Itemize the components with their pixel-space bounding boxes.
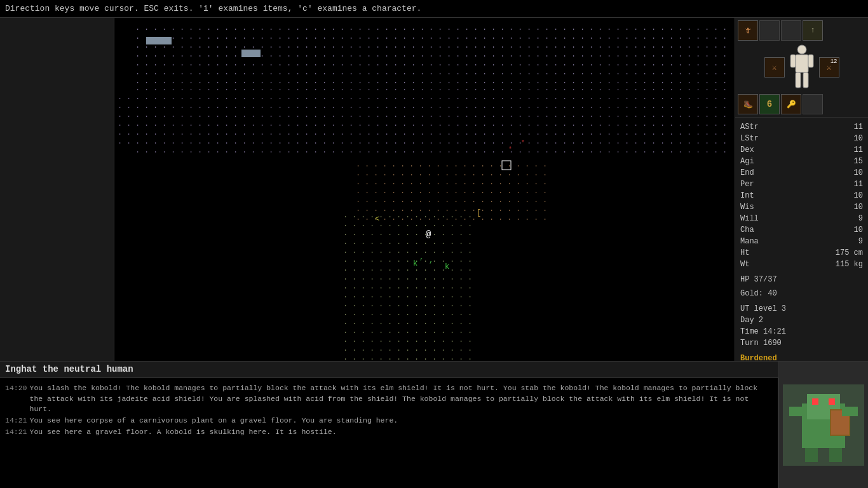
character-figure (786, 42, 818, 93)
equip-slot-ring[interactable]: 6 (759, 94, 780, 114)
hp-label: HP (740, 275, 754, 284)
message-3: 14:21 You see here a gravel floor. A kob… (5, 427, 773, 438)
main-area: 🗡 ↑ ⚔ (0, 18, 868, 361)
hp-value: 37/37 (754, 275, 777, 284)
svg-rect-4 (796, 72, 801, 88)
game-viewport[interactable] (114, 18, 735, 361)
gold-value: 40 (768, 289, 776, 298)
ranged-icon: ↑ (810, 26, 815, 35)
msg3-text: You see here a gravel floor. A kobold is… (30, 427, 337, 438)
turn-value: 1690 (763, 339, 782, 348)
left-sidebar (0, 18, 114, 361)
stats-scroll[interactable]: AStr 11 LStr 10 Dex 11 Agi 15 (735, 118, 868, 361)
weapon-icon: 🗡 (744, 26, 752, 36)
day-value: 2 (759, 316, 763, 325)
svg-rect-3 (808, 55, 813, 67)
msg3-time: 14:21 (5, 427, 27, 438)
equip-slot-empty1[interactable] (759, 20, 780, 41)
game-canvas (114, 18, 735, 361)
preview-canvas (783, 384, 864, 466)
stat-lstr: LStr 10 (740, 133, 863, 144)
armor-value-badge: 12 (831, 58, 837, 65)
top-bar: Direction keys move cursor. ESC exits. '… (0, 0, 868, 18)
body-row: ⚔ (738, 42, 865, 93)
left-weapon-icon: ⚔ (772, 63, 776, 72)
msg1-text: You slash the kobold! The kobold manages… (30, 383, 773, 415)
item3-icon: 🔑 (787, 100, 796, 109)
stat-ht: Ht 175 cm (740, 247, 863, 259)
character-name: Inghat the neutral human (5, 364, 133, 374)
boots-icon: 🥾 (743, 100, 753, 109)
message-2: 14:21 You see here corpse of a carnivoro… (5, 416, 773, 426)
message-log[interactable]: 14:20 You slash the kobold! The kobold m… (0, 378, 778, 488)
burdened-status: Burdened (740, 353, 863, 361)
message-area: Inghat the neutral human 14:20 You slash… (0, 362, 779, 488)
turn-row: Turn 1690 (740, 337, 863, 349)
equip-slot-left-weapon[interactable]: ⚔ (764, 57, 785, 78)
game-info: UT level 3 Day 2 Time 14:21 Turn (740, 303, 863, 349)
stat-end: End 10 (740, 167, 863, 179)
time-value: 14:21 (763, 327, 786, 336)
equip-slot-item3[interactable]: 🔑 (781, 94, 801, 114)
gold-display: Gold: 40 (740, 288, 863, 299)
character-name-bar: Inghat the neutral human (0, 362, 778, 378)
stat-mana: Mana 9 (740, 236, 863, 247)
stat-per: Per 11 (740, 179, 863, 190)
equip-slot-empty2[interactable] (781, 20, 801, 41)
stat-astr: AStr 11 (740, 121, 863, 133)
stat-wis: Wis 10 (740, 201, 863, 213)
ut-level-value: 3 (782, 304, 786, 313)
equip-slot-weapon-icon[interactable]: 🗡 (738, 20, 758, 41)
svg-rect-1 (796, 55, 808, 72)
message-1: 14:20 You slash the kobold! The kobold m… (5, 383, 773, 415)
app: Direction keys move cursor. ESC exits. '… (0, 0, 868, 488)
ut-level-row: UT level 3 (740, 303, 863, 315)
time-row: Time 14:21 (740, 326, 863, 337)
equip-slot-right-weapon[interactable]: ⚔ 12 (819, 57, 839, 78)
msg2-text: You see here corpse of a carnivorous pla… (30, 416, 398, 426)
msg2-time: 14:21 (5, 416, 27, 426)
svg-rect-2 (790, 55, 796, 67)
svg-point-0 (797, 45, 806, 54)
creature-preview (779, 362, 868, 488)
msg1-time: 14:20 (5, 383, 27, 415)
svg-rect-5 (803, 72, 808, 88)
equipment-area: 🗡 ↑ ⚔ (735, 18, 868, 118)
gold-label: Gold: (740, 289, 768, 298)
status-text: Direction keys move cursor. ESC exits. '… (5, 4, 421, 13)
stat-cha: Cha 10 (740, 224, 863, 236)
bottom-area: Inghat the neutral human 14:20 You slash… (0, 361, 868, 488)
stats-panel: AStr 11 LStr 10 Dex 11 Agi 15 (735, 118, 868, 361)
body-svg (789, 44, 815, 90)
day-row: Day 2 (740, 315, 863, 326)
stat-will: Will 9 (740, 213, 863, 224)
message-content: 14:20 You slash the kobold! The kobold m… (4, 382, 774, 464)
ring-number-icon: 6 (767, 99, 772, 109)
equip-top-row: 🗡 ↑ (738, 20, 865, 41)
equip-bottom-row: 🥾 6 🔑 (738, 94, 865, 114)
right-panel: 🗡 ↑ ⚔ (735, 18, 868, 361)
stat-dex: Dex 11 (740, 144, 863, 156)
hp-display: HP 37/37 (740, 274, 863, 285)
stat-int: Int 10 (740, 190, 863, 201)
equip-slot-ranged[interactable]: ↑ (803, 20, 823, 41)
equip-slot-empty3[interactable] (803, 94, 823, 114)
equip-slot-boots[interactable]: 🥾 (738, 94, 758, 114)
stat-agi: Agi 15 (740, 156, 863, 167)
stat-wt: Wt 115 kg (740, 259, 863, 270)
